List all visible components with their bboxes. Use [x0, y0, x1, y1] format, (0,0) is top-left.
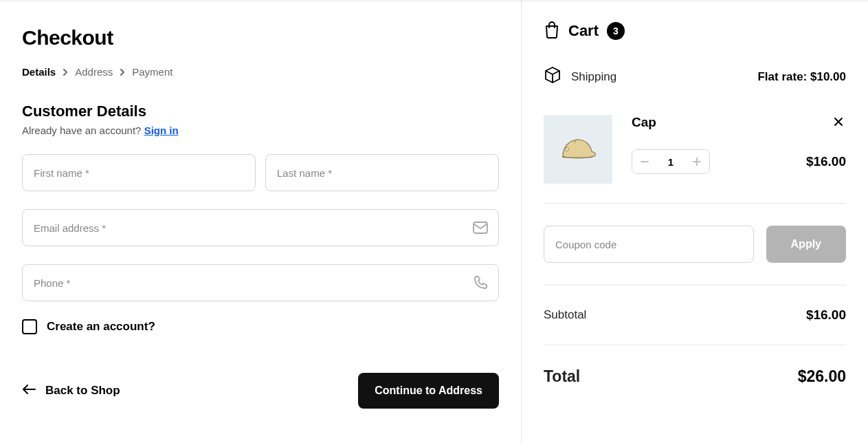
svg-rect-2 — [641, 161, 649, 162]
cart-title: Cart — [568, 22, 599, 40]
last-name-input[interactable] — [265, 154, 499, 191]
remove-item-button[interactable] — [831, 115, 846, 130]
breadcrumb-step-payment[interactable]: Payment — [132, 66, 173, 78]
cart-item: Cap 1 $16.00 — [544, 115, 846, 204]
signin-prompt-text: Already have an account? — [22, 125, 144, 136]
breadcrumb-step-details[interactable]: Details — [22, 66, 56, 78]
continue-button[interactable]: Continue to Address — [358, 373, 499, 409]
svg-rect-4 — [693, 161, 701, 162]
back-to-shop-label: Back to Shop — [45, 384, 120, 398]
cart-count-badge: 3 — [607, 22, 625, 40]
mail-icon — [473, 222, 488, 234]
qty-value: 1 — [657, 156, 685, 168]
total-value: $26.00 — [798, 367, 846, 386]
quantity-stepper: 1 — [632, 149, 710, 174]
svg-point-1 — [566, 148, 568, 151]
shipping-label: Shipping — [571, 70, 616, 84]
signin-prompt: Already have an account? Sign in — [22, 125, 499, 136]
phone-input[interactable] — [22, 264, 499, 301]
cart-item-price: $16.00 — [806, 154, 846, 169]
apply-coupon-button[interactable]: Apply — [766, 226, 846, 263]
first-name-input[interactable] — [22, 154, 256, 191]
qty-increase-button[interactable] — [685, 150, 709, 173]
subtotal-label: Subtotal — [544, 308, 586, 322]
subtotal-value: $16.00 — [806, 307, 846, 323]
package-icon — [544, 66, 561, 87]
email-input[interactable] — [22, 209, 499, 246]
coupon-input[interactable] — [544, 226, 754, 263]
shopping-bag-icon — [544, 21, 560, 41]
customer-details-heading: Customer Details — [22, 102, 499, 120]
breadcrumb: Details Address Payment — [22, 66, 499, 78]
chevron-right-icon — [63, 69, 68, 76]
qty-decrease-button[interactable] — [632, 150, 657, 173]
cart-item-name: Cap — [632, 115, 656, 130]
breadcrumb-step-address[interactable]: Address — [75, 66, 113, 78]
phone-icon — [473, 275, 488, 290]
shipping-value: Flat rate: $10.00 — [757, 70, 846, 84]
sign-in-link[interactable]: Sign in — [144, 125, 179, 136]
page-title: Checkout — [22, 26, 499, 50]
back-to-shop-link[interactable]: Back to Shop — [22, 384, 120, 398]
total-label: Total — [544, 367, 580, 386]
create-account-label: Create an account? — [47, 320, 155, 334]
chevron-right-icon — [120, 69, 125, 76]
create-account-checkbox[interactable] — [22, 319, 37, 334]
product-thumbnail — [544, 115, 612, 184]
arrow-left-icon — [22, 384, 36, 398]
